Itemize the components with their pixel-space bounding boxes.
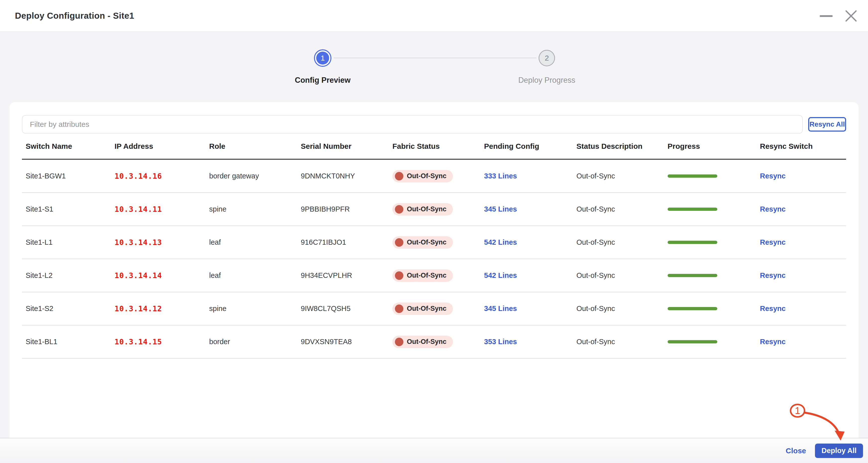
- resync-link[interactable]: Resync: [760, 172, 785, 180]
- resync-all-button[interactable]: Resync All: [808, 117, 846, 132]
- column-header: Role: [209, 142, 301, 150]
- status-dot-icon: [395, 238, 403, 247]
- status-dot-icon: [395, 305, 403, 313]
- progress-bar-fill: [668, 274, 717, 277]
- wizard-stepper: 1 Config Preview 2 Deploy Progress: [0, 32, 868, 97]
- column-header: Pending Config: [484, 142, 577, 150]
- column-header: Progress: [668, 142, 760, 150]
- fabric-status-cell: Out-Of-Sync: [393, 170, 484, 182]
- resync-cell: Resync: [760, 305, 846, 313]
- pending-config-cell: 333 Lines: [484, 172, 577, 180]
- pending-config-link[interactable]: 542 Lines: [484, 271, 517, 279]
- pending-config-cell: 542 Lines: [484, 271, 577, 280]
- switch-table: Switch NameIP AddressRoleSerial NumberFa…: [22, 134, 846, 358]
- close-button[interactable]: [844, 9, 858, 23]
- status-badge: Out-Of-Sync: [393, 269, 453, 282]
- ip-address-cell: 10.3.14.16: [115, 172, 209, 180]
- pending-config-link[interactable]: 353 Lines: [484, 338, 517, 346]
- resync-link[interactable]: Resync: [760, 305, 785, 313]
- status-badge: Out-Of-Sync: [393, 170, 453, 182]
- progress-cell: [668, 340, 760, 343]
- serial-number-cell: 9PBBIBH9PFR: [301, 205, 393, 213]
- resync-cell: Resync: [760, 172, 846, 180]
- serial-number-cell: 9DNMCKT0NHY: [301, 172, 393, 180]
- table-body: Site1-BGW1 10.3.14.16 border gateway 9DN…: [22, 160, 846, 358]
- config-preview-card: Resync All Switch NameIP AddressRoleSeri…: [9, 102, 859, 438]
- window-controls: [819, 0, 858, 32]
- pending-config-link[interactable]: 542 Lines: [484, 238, 517, 246]
- pending-config-cell: 345 Lines: [484, 205, 577, 213]
- switch-name-cell: Site1-BGW1: [26, 172, 115, 180]
- close-icon: [845, 9, 858, 23]
- dialog-footer: Close Deploy All: [0, 438, 868, 463]
- step-config-preview[interactable]: 1 Config Preview: [248, 49, 397, 85]
- fabric-status-cell: Out-Of-Sync: [393, 302, 484, 315]
- resync-link[interactable]: Resync: [760, 238, 785, 246]
- table-row: Site1-L1 10.3.14.13 leaf 916C71IBJO1 Out…: [22, 226, 846, 259]
- ip-address-cell: 10.3.14.12: [115, 304, 209, 313]
- resync-link[interactable]: Resync: [760, 205, 785, 213]
- status-badge-label: Out-Of-Sync: [407, 338, 446, 346]
- status-badge-label: Out-Of-Sync: [407, 172, 446, 180]
- status-badge: Out-Of-Sync: [393, 203, 453, 215]
- resync-link[interactable]: Resync: [760, 271, 785, 279]
- progress-bar-fill: [668, 241, 717, 244]
- progress-cell: [668, 208, 760, 211]
- switch-name-cell: Site1-S2: [26, 305, 115, 313]
- step-1-label: Config Preview: [295, 76, 350, 85]
- column-header: Serial Number: [301, 142, 393, 150]
- serial-number-cell: 9IW8CL7QSH5: [301, 305, 393, 313]
- status-description-cell: Out-of-Sync: [577, 305, 668, 313]
- progress-bar-fill: [668, 208, 717, 211]
- status-badge: Out-Of-Sync: [393, 336, 453, 348]
- pending-config-cell: 542 Lines: [484, 238, 577, 247]
- table-row: Site1-BL1 10.3.14.15 border 9DVXSN9TEA8 …: [22, 325, 846, 358]
- resync-link[interactable]: Resync: [760, 338, 785, 346]
- progress-cell: [668, 174, 760, 178]
- serial-number-cell: 916C71IBJO1: [301, 238, 393, 247]
- resync-cell: Resync: [760, 205, 846, 213]
- status-badge-label: Out-Of-Sync: [407, 271, 446, 279]
- switch-name-cell: Site1-S1: [26, 205, 115, 213]
- progress-bar: [668, 340, 717, 343]
- dialog-title: Deploy Configuration - Site1: [15, 11, 134, 21]
- status-badge: Out-Of-Sync: [393, 236, 453, 249]
- fabric-status-cell: Out-Of-Sync: [393, 336, 484, 348]
- progress-bar: [668, 274, 717, 277]
- close-dialog-button[interactable]: Close: [786, 446, 806, 455]
- progress-bar-fill: [668, 307, 717, 310]
- step-2-number: 2: [538, 50, 555, 66]
- pending-config-link[interactable]: 333 Lines: [484, 172, 517, 180]
- switch-name-cell: Site1-L2: [26, 271, 115, 280]
- column-header: Fabric Status: [393, 142, 484, 150]
- ip-address-cell: 10.3.14.15: [115, 338, 209, 346]
- role-cell: spine: [209, 205, 301, 213]
- progress-bar: [668, 307, 717, 310]
- role-cell: leaf: [209, 238, 301, 247]
- serial-number-cell: 9DVXSN9TEA8: [301, 338, 393, 346]
- fabric-status-cell: Out-Of-Sync: [393, 236, 484, 249]
- pending-config-link[interactable]: 345 Lines: [484, 305, 517, 313]
- progress-cell: [668, 274, 760, 277]
- progress-bar-fill: [668, 174, 717, 178]
- status-badge-label: Out-Of-Sync: [407, 238, 446, 246]
- status-description-cell: Out-of-Sync: [577, 271, 668, 280]
- dialog-header: Deploy Configuration - Site1: [0, 0, 868, 32]
- step-1-circle: 1: [314, 49, 332, 67]
- fabric-status-cell: Out-Of-Sync: [393, 203, 484, 215]
- step-deploy-progress[interactable]: 2 Deploy Progress: [472, 49, 621, 85]
- progress-cell: [668, 307, 760, 310]
- deploy-all-button[interactable]: Deploy All: [815, 443, 863, 458]
- filter-input[interactable]: [22, 115, 803, 134]
- column-header: Switch Name: [26, 142, 115, 150]
- resync-cell: Resync: [760, 338, 846, 346]
- progress-bar: [668, 208, 717, 211]
- minimize-button[interactable]: [819, 9, 833, 23]
- pending-config-link[interactable]: 345 Lines: [484, 205, 517, 213]
- minimize-icon: [820, 15, 833, 17]
- ip-address-cell: 10.3.14.14: [115, 271, 209, 280]
- serial-number-cell: 9H34ECVPLHR: [301, 271, 393, 280]
- table-toolbar: Resync All: [9, 102, 859, 134]
- table-row: Site1-S2 10.3.14.12 spine 9IW8CL7QSH5 Ou…: [22, 292, 846, 325]
- status-dot-icon: [395, 271, 403, 280]
